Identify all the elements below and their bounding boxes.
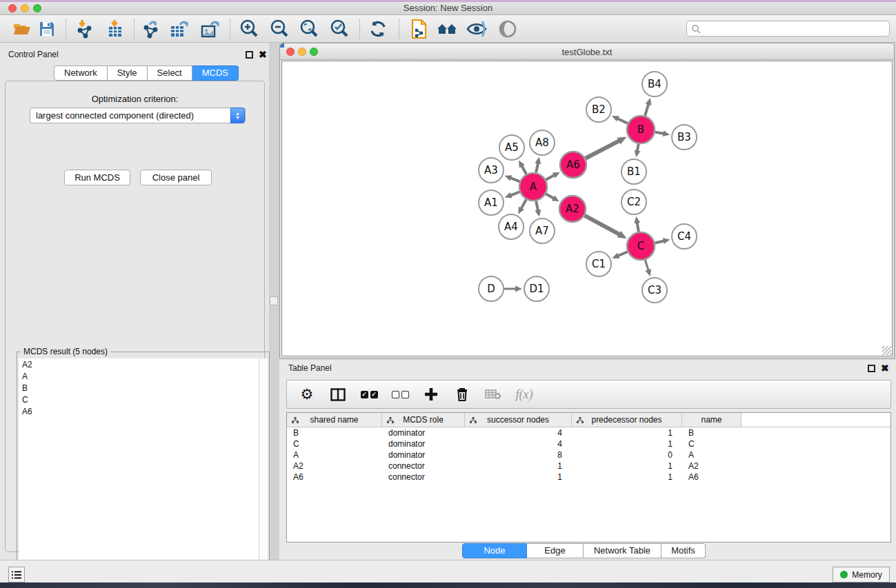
graph-edge-arrowhead (663, 130, 670, 136)
graph-edge-C-C4[interactable] (655, 241, 664, 243)
table-row[interactable]: A2 connector 1 1 A2 (287, 460, 890, 472)
graph-edge-B-B4[interactable] (645, 103, 648, 116)
function-builder-icon[interactable]: f(x) (515, 385, 534, 404)
graph-node-label-B4: B4 (648, 78, 661, 90)
zoom-selected-icon[interactable] (328, 19, 350, 39)
graph-node-label-B2: B2 (592, 103, 606, 116)
tab-style[interactable]: Style (108, 65, 148, 81)
column-header-name[interactable]: name (682, 413, 741, 427)
table-row[interactable]: C dominator 4 1 C (287, 438, 890, 449)
export-network-icon[interactable] (140, 19, 162, 39)
graph-node-label-B: B (637, 123, 644, 136)
search-field[interactable] (686, 21, 890, 37)
graph-node-label-A2: A2 (566, 203, 579, 215)
tab-motifs[interactable]: Motifs (661, 543, 706, 558)
table-settings-gear-icon[interactable]: ⚙ (297, 385, 317, 404)
export-table-icon[interactable] (169, 19, 191, 39)
tab-edge-table[interactable]: Edge Table (527, 543, 584, 558)
graph-edge-A-A6[interactable] (546, 174, 555, 179)
close-table-panel-icon[interactable]: ✖ (881, 364, 889, 372)
mcds-result-list: A2 A B C A6 (19, 358, 268, 584)
result-item[interactable]: A2 (19, 358, 268, 370)
import-table-icon[interactable] (104, 19, 126, 39)
graph-edge-B-B2[interactable] (617, 118, 628, 123)
column-header-shared-name[interactable]: shared name (287, 413, 382, 427)
tab-select[interactable]: Select (148, 65, 192, 81)
float-table-panel-icon[interactable] (868, 365, 875, 372)
close-panel-icon[interactable]: ✖ (259, 50, 267, 59)
graph-node-label-A1: A1 (484, 196, 498, 209)
show-columns-icon[interactable] (328, 385, 348, 404)
vertical-divider-handle[interactable] (270, 296, 278, 305)
graph-edge-A-A1[interactable] (510, 192, 519, 195)
delete-table-icon[interactable] (484, 385, 503, 404)
zoom-fit-icon[interactable] (298, 19, 320, 39)
export-image-icon[interactable] (200, 19, 222, 39)
result-item[interactable]: A6 (19, 405, 268, 417)
graph-edge-A-A4[interactable] (521, 199, 526, 209)
import-network-icon[interactable] (73, 19, 95, 39)
show-graphics-details-icon[interactable] (497, 19, 519, 39)
column-header-mcds-role[interactable]: MCDS role (382, 413, 465, 427)
result-list-scrollbar[interactable] (259, 358, 268, 584)
column-header-predecessor-nodes[interactable]: predecessor nodes (572, 413, 682, 427)
add-column-icon[interactable] (421, 385, 441, 404)
graph-edge-B-B3[interactable] (655, 132, 665, 134)
network-window: testGlobe.txt B4B2BB3A5A8A6B1A3AA1C2A2A4… (279, 43, 895, 358)
graph-edge-A-A8[interactable] (536, 162, 538, 172)
graph-edge-C-C3[interactable] (645, 260, 648, 271)
network-canvas[interactable]: B4B2BB3A5A8A6B1A3AA1C2A2A4A7C4CC1C3DD1 (281, 61, 893, 356)
toolbar-separator (134, 19, 135, 39)
table-row[interactable]: B dominator 4 1 B (287, 427, 890, 438)
table-header-row: shared name MCDS role successor nodes pr… (287, 413, 890, 427)
run-mcds-button[interactable]: Run MCDS (64, 170, 130, 185)
zoom-in-icon[interactable] (238, 19, 260, 39)
graph-node-label-A3: A3 (484, 164, 498, 176)
table-row[interactable]: A dominator 8 0 A (287, 449, 890, 460)
result-item[interactable]: A (19, 370, 268, 382)
graph-edge-A2-C[interactable] (585, 216, 621, 235)
close-panel-button[interactable]: Close panel (140, 170, 212, 185)
attribute-icon (470, 417, 477, 423)
control-panel: Control Panel ✖ Network Style Select MCD… (0, 43, 269, 560)
result-item[interactable]: B (19, 382, 268, 394)
app-titlebar: Session: New Session (0, 0, 896, 15)
tab-network-table[interactable]: Network Table (584, 543, 661, 558)
result-item[interactable]: C (19, 394, 268, 405)
column-header-successor-nodes[interactable]: successor nodes (465, 413, 572, 427)
open-file-icon[interactable] (11, 19, 33, 39)
memory-status-icon (840, 571, 848, 578)
task-history-button[interactable] (8, 567, 25, 582)
resize-grip-icon[interactable] (882, 346, 891, 355)
graph-edge-A-A2[interactable] (546, 194, 555, 199)
graph-edge-A-A3[interactable] (510, 178, 519, 182)
first-neighbors-icon[interactable] (436, 19, 458, 39)
optimization-criterion-dropdown[interactable]: largest connected component (directed) ▲… (30, 108, 246, 123)
graph-edge-A6-B[interactable] (586, 141, 620, 159)
save-session-icon[interactable] (36, 19, 58, 39)
tab-network[interactable]: Network (54, 65, 108, 81)
hide-graphics-details-icon[interactable] (466, 19, 488, 39)
tab-node-table[interactable]: Node Table (462, 543, 527, 558)
graph-edge-C-C1[interactable] (617, 252, 628, 256)
memory-button[interactable]: Memory (833, 567, 890, 582)
delete-column-trash-icon[interactable] (452, 385, 472, 404)
graph-node-label-C1: C1 (592, 258, 606, 270)
graph-edge-A-A7[interactable] (536, 201, 538, 212)
graph-edge-arrowhead (646, 98, 652, 105)
graph-edge-A-A5[interactable] (521, 165, 526, 174)
new-network-from-file-icon[interactable] (408, 19, 430, 39)
graph-edge-C-C2[interactable] (637, 222, 638, 232)
search-input[interactable] (701, 24, 889, 34)
select-all-icon[interactable]: ✓✓ (359, 385, 379, 404)
mcds-result-group: MCDS result (5 nodes) A2 A B C A6 (17, 352, 270, 586)
tab-mcds[interactable]: MCDS (192, 65, 239, 81)
network-window-titlebar[interactable]: testGlobe.txt (280, 43, 894, 60)
zoom-out-icon[interactable] (268, 19, 290, 39)
float-panel-icon[interactable] (246, 51, 253, 59)
deselect-all-icon[interactable] (390, 385, 410, 404)
graph-edge-arrowhead (635, 150, 641, 158)
attribute-icon (577, 417, 584, 423)
refresh-icon[interactable] (367, 19, 389, 39)
table-row[interactable]: A6 connector 1 1 A6 (287, 472, 890, 483)
